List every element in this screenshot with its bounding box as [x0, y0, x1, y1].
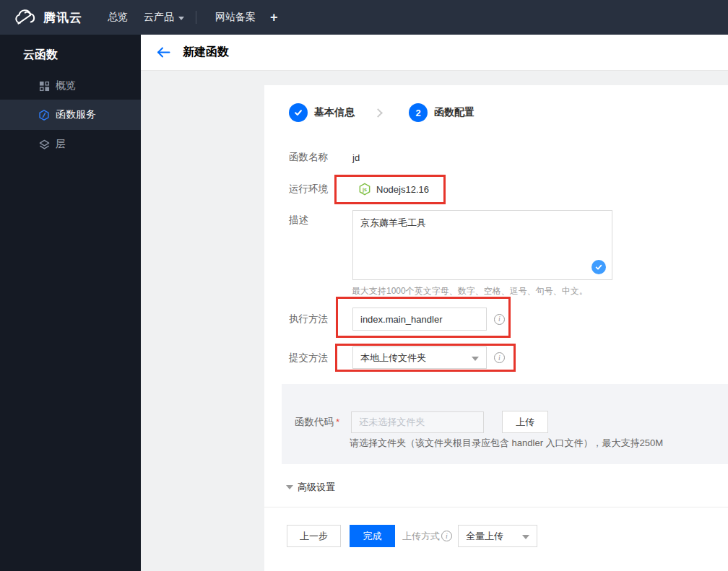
grid-icon: [38, 80, 50, 92]
nav-divider: [196, 11, 196, 24]
submit-method-label: 提交方法: [289, 352, 339, 365]
upload-button[interactable]: 上传: [502, 411, 548, 433]
previous-step-button[interactable]: 上一步: [287, 525, 341, 547]
submit-method-info-icon[interactable]: [494, 352, 505, 363]
step-2-label: 函数配置: [434, 106, 474, 119]
runtime-text: Nodejs12.16: [376, 184, 429, 195]
description-row: 描述 京东薅羊毛工具: [289, 210, 612, 280]
back-button[interactable]: [154, 43, 173, 62]
description-label: 描述: [289, 210, 339, 227]
submit-method-row: 提交方法 本地上传文件夹: [289, 346, 505, 369]
upload-mode-label: 上传方式: [402, 530, 440, 543]
runtime-row: 运行环境 js Nodejs12.16: [289, 180, 429, 198]
upload-mode-value: 全量上传: [466, 530, 503, 543]
handler-row: 执行方法: [289, 308, 505, 331]
step-chevron-icon: [373, 108, 383, 118]
footer-divider: [264, 507, 728, 507]
description-hint: 最大支持1000个英文字母、数字、空格、逗号、句号、中文。: [352, 285, 588, 297]
select-caret-icon: [522, 535, 529, 539]
sidebar-item-function-service[interactable]: 函数服务: [0, 100, 141, 130]
step-2-number: 2: [409, 103, 428, 122]
step-1-completed-check-icon: [289, 103, 308, 122]
upload-mode-select[interactable]: 全量上传: [458, 525, 537, 547]
nodejs-icon: js: [358, 183, 371, 196]
advanced-settings-toggle[interactable]: 高级设置: [286, 481, 335, 494]
handler-input[interactable]: [352, 308, 487, 331]
top-navbar: 腾讯云 总览 云产品 网站备案 +: [0, 0, 728, 35]
sidebar-item-label: 函数服务: [56, 108, 96, 121]
function-name-row: 函数名称 jd: [289, 149, 360, 166]
function-name-value: jd: [352, 152, 360, 163]
submit-method-select[interactable]: 本地上传文件夹: [352, 346, 487, 369]
sidebar-title: 云函数: [23, 48, 58, 63]
sidebar-item-overview[interactable]: 概览: [0, 72, 141, 100]
submit-method-value: 本地上传文件夹: [360, 352, 426, 365]
sidebar: 云函数 概览 函数服务: [0, 35, 141, 571]
advanced-settings-label: 高级设置: [298, 481, 335, 494]
folder-path-input[interactable]: [351, 411, 484, 433]
function-hexagon-icon: [38, 109, 50, 121]
brand-name: 腾讯云: [43, 9, 82, 26]
layers-icon: [38, 139, 50, 150]
page-title: 新建函数: [183, 45, 229, 60]
sidebar-item-layers[interactable]: 层: [0, 130, 141, 159]
function-code-label: 函数代码: [295, 416, 334, 429]
tencent-cloud-console: 腾讯云 总览 云产品 网站备案 + 云函数 概览: [0, 0, 728, 571]
required-asterisk: *: [336, 417, 339, 427]
tencent-cloud-logo-icon: [13, 9, 37, 26]
select-caret-icon: [472, 357, 479, 361]
finish-button[interactable]: 完成: [350, 525, 395, 547]
function-code-hint: 请选择文件夹（该文件夹根目录应包含 handler 入口文件），最大支持250M: [350, 437, 663, 450]
nav-item-beian[interactable]: 网站备案: [215, 11, 256, 24]
page-header: 新建函数: [141, 35, 728, 71]
nav-item-products[interactable]: 云产品: [144, 11, 184, 24]
function-code-section: 函数代码 * 上传 请选择文件夹（该文件夹根目录应包含 handler 入口文件…: [282, 384, 728, 464]
handler-info-icon[interactable]: [494, 314, 505, 325]
upload-mode-info-icon[interactable]: [441, 531, 452, 541]
footer-actions: 上一步 完成 上传方式 全量上传: [287, 525, 537, 547]
runtime-label: 运行环境: [289, 183, 339, 196]
valid-check-icon: [592, 260, 606, 274]
sidebar-item-label: 层: [56, 138, 66, 151]
triangle-down-icon: [286, 485, 293, 489]
nav-item-overview[interactable]: 总览: [108, 11, 128, 24]
nav-add-tab-button[interactable]: +: [270, 10, 278, 25]
runtime-value: js Nodejs12.16: [358, 183, 429, 196]
step-1-label: 基本信息: [314, 106, 355, 119]
function-code-row: 函数代码 * 上传: [295, 411, 548, 433]
chevron-down-icon: [178, 17, 184, 20]
function-name-label: 函数名称: [289, 151, 339, 164]
sidebar-item-label: 概览: [56, 79, 76, 92]
handler-label: 执行方法: [289, 313, 339, 326]
nav-products-label: 云产品: [144, 11, 174, 24]
description-textarea[interactable]: 京东薅羊毛工具: [352, 210, 612, 280]
stepper: 基本信息 2 函数配置: [289, 103, 474, 122]
svg-text:js: js: [362, 186, 367, 193]
brand[interactable]: 腾讯云: [13, 9, 82, 26]
